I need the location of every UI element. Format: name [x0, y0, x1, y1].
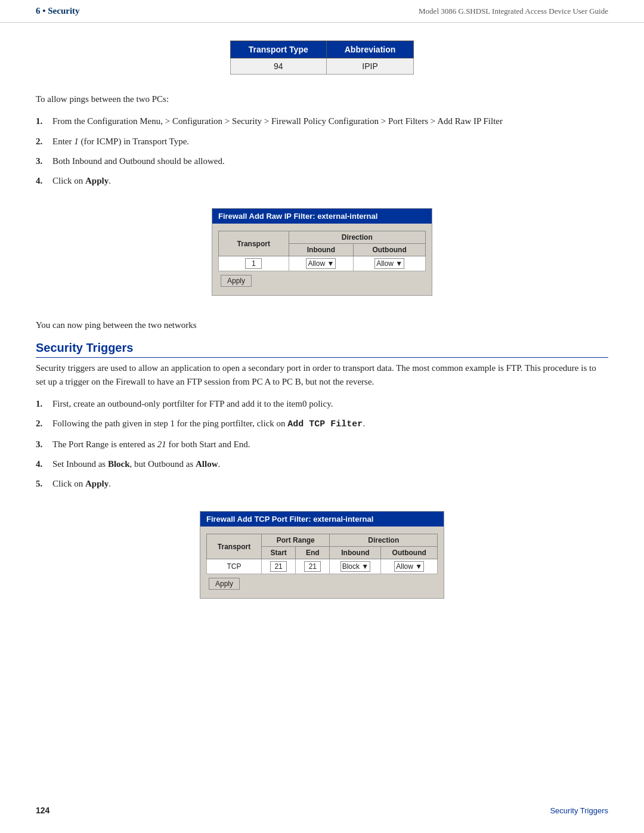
- header-right-text: Model 3086 G.SHDSL Integrated Access Dev…: [419, 7, 608, 16]
- start-input[interactable]: 21: [270, 561, 287, 572]
- apply-bold: Apply: [85, 176, 109, 185]
- transport-group-header: Transport: [219, 231, 289, 256]
- apply-button[interactable]: Apply: [221, 275, 252, 287]
- intro-paragraph: To allow pings between the two PCs:: [36, 92, 608, 106]
- steps-list-2: 1. First, create an outbound-only portfi…: [36, 397, 608, 491]
- outbound-select[interactable]: Allow ▼: [374, 258, 404, 269]
- table-row: TCP 21 21 Block ▼: [207, 559, 438, 574]
- outbound-cell: Allow ▼: [354, 256, 426, 271]
- end-header: End: [296, 547, 330, 559]
- page: 6 • Security Model 3086 G.SHDSL Integrat…: [0, 0, 644, 833]
- step-number: 4.: [36, 457, 48, 471]
- step-number: 3.: [36, 154, 48, 168]
- step-number: 1.: [36, 114, 48, 128]
- outbound-cell-tcp: Allow ▼: [381, 559, 438, 574]
- firewall-tcp-inner: Transport Port Range Direction Start End…: [200, 531, 444, 592]
- footer: 124 Security Triggers: [36, 806, 608, 815]
- section-heading-security-triggers: Security Triggers: [36, 341, 608, 358]
- section-description: Security triggers are used to allow an a…: [36, 361, 608, 389]
- step-text: First, create an outbound-only portfilte…: [52, 397, 608, 411]
- col-header-abbreviation: Abbreviation: [326, 41, 414, 58]
- direction-group-header: Direction: [289, 231, 425, 244]
- end-input[interactable]: 21: [304, 561, 321, 572]
- italic-value: 21: [157, 439, 166, 449]
- transport-type-table: Transport Type Abbreviation 94 IPIP: [230, 41, 414, 75]
- allow-bold: Allow: [196, 459, 218, 469]
- col-header-transport-type: Transport Type: [230, 41, 326, 58]
- step-text: Following the path given in step 1 for t…: [52, 417, 608, 431]
- outbound-header: Outbound: [354, 244, 426, 256]
- type-cell: 1: [219, 256, 289, 271]
- tcp-type-cell: TCP: [207, 559, 262, 574]
- step-text: Click on Apply.: [52, 174, 608, 188]
- outbound-select-tcp[interactable]: Allow ▼: [394, 561, 424, 572]
- list-item: 5. Click on Apply.: [36, 477, 608, 491]
- list-item: 3. Both Inbound and Outbound should be a…: [36, 154, 608, 168]
- bullet-separator: •: [42, 6, 48, 16]
- apply-bold-2: Apply: [85, 479, 109, 488]
- page-number: 124: [36, 806, 49, 815]
- step-text: From the Configuration Menu, > Configura…: [52, 114, 608, 128]
- list-item: 2. Enter 1 (for ICMP) in Transport Type.: [36, 135, 608, 148]
- step-number: 1.: [36, 397, 48, 411]
- table-row: 1 Allow ▼ Allow ▼: [219, 256, 426, 271]
- firewall-raw-ip-table: Transport Direction Inbound Outbound: [218, 231, 426, 271]
- end-cell: 21: [296, 559, 330, 574]
- step-number: 2.: [36, 135, 48, 148]
- header-section-title: Security: [48, 6, 79, 16]
- inbound-cell-tcp: Block ▼: [330, 559, 381, 574]
- header-left: 6 • Security: [36, 6, 80, 16]
- firewall-raw-ip-box: Firewall Add Raw IP Filter: external-int…: [212, 208, 432, 296]
- block-bold: Block: [108, 459, 130, 469]
- start-header: Start: [262, 547, 296, 559]
- list-item: 2. Following the path given in step 1 fo…: [36, 417, 608, 431]
- step-text: Set Inbound as Block, but Outbound as Al…: [52, 457, 608, 471]
- main-content: Transport Type Abbreviation 94 IPIP To a…: [0, 41, 644, 669]
- italic-value: 1: [74, 137, 79, 146]
- transport-type-value: 94: [230, 58, 326, 75]
- firewall-raw-ip-title: Firewall Add Raw IP Filter: external-int…: [212, 209, 432, 224]
- list-item: 1. From the Configuration Menu, > Config…: [36, 114, 608, 128]
- start-cell: 21: [262, 559, 296, 574]
- port-range-header: Port Range: [262, 534, 330, 547]
- transport-table-section: Transport Type Abbreviation 94 IPIP: [36, 41, 608, 75]
- mono-command: Add TCP Filter: [287, 419, 363, 429]
- step-number: 3.: [36, 438, 48, 451]
- inbound-select[interactable]: Allow ▼: [306, 258, 336, 269]
- apply-button-row: Apply: [218, 275, 426, 287]
- list-item: 3. The Port Range is entered as 21 for b…: [36, 438, 608, 451]
- table-row: 94 IPIP: [230, 58, 414, 75]
- firewall-tcp-title: Firewall Add TCP Port Filter: external-i…: [200, 512, 444, 527]
- list-item: 4. Set Inbound as Block, but Outbound as…: [36, 457, 608, 471]
- outbound-header-tcp: Outbound: [381, 547, 438, 559]
- firewall-tcp-table: Transport Port Range Direction Start End…: [206, 534, 438, 574]
- direction-header: Direction: [330, 534, 438, 547]
- list-item: 4. Click on Apply.: [36, 174, 608, 188]
- step-number: 4.: [36, 174, 48, 188]
- firewall-raw-ip-inner: Transport Direction Inbound Outbound: [212, 228, 432, 289]
- apply-button-row-tcp: Apply: [206, 578, 438, 590]
- step-number: 2.: [36, 417, 48, 431]
- step-text: Enter 1 (for ICMP) in Transport Type.: [52, 135, 608, 148]
- apply-button-tcp[interactable]: Apply: [209, 578, 240, 590]
- inbound-select-tcp[interactable]: Block ▼: [340, 561, 371, 572]
- abbreviation-value: IPIP: [326, 58, 414, 75]
- header-bar: 6 • Security Model 3086 G.SHDSL Integrat…: [0, 0, 644, 23]
- step-text: The Port Range is entered as 21 for both…: [52, 438, 608, 451]
- step-text: Both Inbound and Outbound should be allo…: [52, 154, 608, 168]
- inbound-header: Inbound: [289, 244, 354, 256]
- list-item: 1. First, create an outbound-only portfi…: [36, 397, 608, 411]
- footer-section-title: Security Triggers: [550, 806, 608, 815]
- step-text: Click on Apply.: [52, 477, 608, 491]
- transport-header: Transport: [207, 534, 262, 559]
- type-input[interactable]: 1: [245, 258, 262, 269]
- inbound-header-tcp: Inbound: [330, 547, 381, 559]
- chapter-number: 6: [36, 6, 41, 16]
- steps-list-1: 1. From the Configuration Menu, > Config…: [36, 114, 608, 188]
- step-number: 5.: [36, 477, 48, 491]
- inbound-cell: Allow ▼: [289, 256, 354, 271]
- after-raw-paragraph: You can now ping between the two network…: [36, 318, 608, 332]
- firewall-tcp-box: Firewall Add TCP Port Filter: external-i…: [200, 511, 444, 599]
